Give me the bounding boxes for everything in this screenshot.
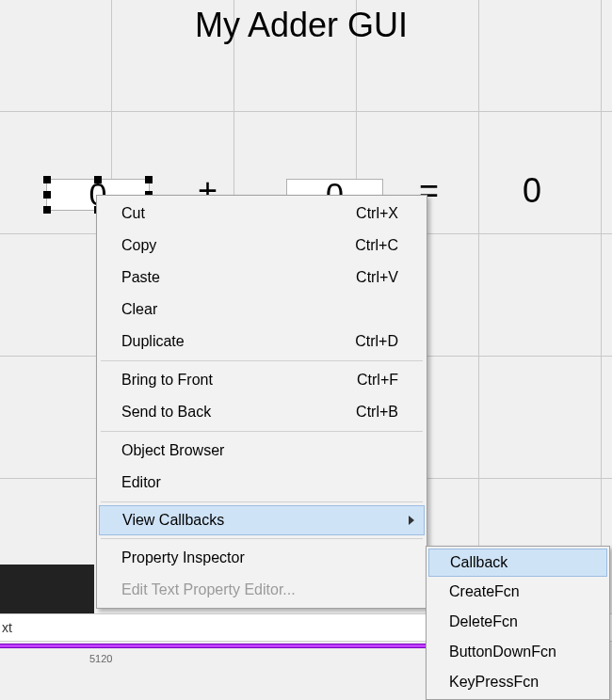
status-bar-text: xt [2,620,12,635]
submenu-item-buttondownfcn[interactable]: ButtonDownFcn [428,637,607,667]
menu-label: Editor [121,474,398,491]
menu-item-duplicate[interactable]: Duplicate Ctrl+D [99,326,425,358]
submenu-item-createfcn[interactable]: CreateFcn [428,577,607,607]
menu-label: Paste [121,269,356,286]
submenu-item-keypressfcn[interactable]: KeyPressFcn [428,667,607,697]
menu-label: Object Browser [121,442,398,459]
canvas-edge-strip [0,565,94,613]
submenu-label: Callback [450,554,507,571]
menu-item-bring-to-front[interactable]: Bring to Front Ctrl+F [99,364,425,396]
menu-item-clear[interactable]: Clear [99,294,425,326]
menu-shortcut: Ctrl+C [355,237,398,254]
menu-item-send-to-back[interactable]: Send to Back Ctrl+B [99,396,425,428]
menu-item-copy[interactable]: Copy Ctrl+C [99,230,425,262]
menu-label: Send to Back [121,404,356,421]
menu-label: View Callbacks [122,512,397,529]
menu-item-paste[interactable]: Paste Ctrl+V [99,262,425,294]
timeline-bar[interactable] [0,644,490,648]
submenu-item-callback[interactable]: Callback [428,549,607,577]
menu-label: Clear [121,301,398,318]
submenu-item-deletefcn[interactable]: DeleteFcn [428,607,607,637]
menu-item-object-browser[interactable]: Object Browser [99,435,425,467]
menu-item-editor[interactable]: Editor [99,467,425,499]
submenu-label: CreateFcn [449,583,520,600]
menu-separator [101,538,423,539]
result-label: 0 [523,171,541,211]
menu-label: Edit Text Property Editor... [121,581,398,598]
menu-separator [101,360,423,361]
submenu-label: KeyPressFcn [449,674,539,691]
menu-label: Property Inspector [121,549,398,566]
menu-item-cut[interactable]: Cut Ctrl+X [99,198,425,230]
menu-label: Copy [121,237,355,254]
resize-handle[interactable] [43,191,51,199]
menu-separator [101,501,423,502]
context-menu[interactable]: Cut Ctrl+X Copy Ctrl+C Paste Ctrl+V Clea… [96,195,427,609]
menu-label: Cut [121,205,356,222]
menu-label: Duplicate [121,333,355,350]
menu-item-property-inspector[interactable]: Property Inspector [99,542,425,574]
ruler-tick: 5120 [89,653,112,664]
menu-separator [101,431,423,432]
resize-handle[interactable] [43,206,51,214]
submenu-label: DeleteFcn [449,613,518,630]
menu-item-edit-text-property-editor: Edit Text Property Editor... [99,574,425,606]
menu-item-view-callbacks[interactable]: View Callbacks [99,505,425,535]
menu-label: Bring to Front [121,372,357,389]
submenu-label: ButtonDownFcn [449,644,556,660]
menu-shortcut: Ctrl+D [355,333,398,350]
resize-handle[interactable] [94,176,102,183]
resize-handle[interactable] [43,176,51,183]
page-title: My Adder GUI [132,6,471,45]
menu-shortcut: Ctrl+X [356,205,398,222]
resize-handle[interactable] [145,176,153,183]
menu-shortcut: Ctrl+B [356,404,398,421]
view-callbacks-submenu[interactable]: Callback CreateFcn DeleteFcn ButtonDownF… [426,546,610,700]
submenu-arrow-icon [409,516,414,525]
menu-shortcut: Ctrl+F [357,372,398,389]
menu-shortcut: Ctrl+V [356,269,398,286]
